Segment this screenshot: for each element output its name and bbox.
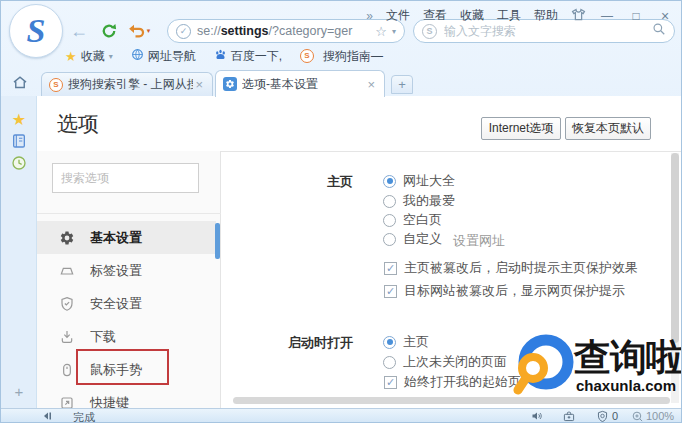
checkbox-homepage-protect[interactable]: 主页被篡改后，启动时提示主页保护效果 [384,259,638,277]
vertical-scrollbar-thumb[interactable] [671,153,679,343]
bookmark-label: 搜狗指南— [323,48,383,65]
sidebar-item-label: 下载 [90,328,116,346]
radio-homepage-navsite[interactable]: 网址大全 [383,172,455,190]
toolbar-overflow-button[interactable]: » [366,9,373,23]
sound-icon[interactable] [529,409,544,423]
checkbox-always-open-startpage[interactable]: 始终打开我的起始页 [384,373,521,391]
set-custom-url-link[interactable]: 设置网址 [453,232,505,250]
checkbox-checked-icon [384,285,397,298]
new-tab-button[interactable]: + [391,75,413,94]
radio-label: 网址大全 [403,172,455,190]
radio-selected-icon [383,175,396,188]
star-icon: ★ [65,49,77,64]
url-path: /?category=ger [269,24,353,38]
checkbox-target-protect[interactable]: 目标网站被篡改后，显示网页保护提示 [384,282,625,300]
sidebar-scrollbar-thumb[interactable] [215,223,220,259]
sidebar-item-basic-settings[interactable]: 基本设置 [37,221,216,254]
notebook-icon[interactable] [10,132,28,150]
radio-startup-last-session[interactable]: 上次未关闭的页面 [383,353,507,371]
undo-button[interactable]: ▾ [127,20,151,42]
page-zoom-icon[interactable] [630,409,645,423]
url-scheme: se:// [197,24,221,38]
browser-window: S » 文件 查看 收藏 工具 帮助 — □ × ← ▾ ✓ se://sett… [0,0,682,423]
shield-check-icon [59,296,75,312]
sidebar-item-hotkeys[interactable]: 快捷键 [37,386,216,408]
bookmarks-bar: ★ 收藏 ▾ 网址导航 百度一下, S 搜狗指南— [59,46,389,66]
undo-dropdown-caret[interactable]: ▾ [147,27,151,35]
radio-homepage-blank[interactable]: 空白页 [383,211,442,229]
back-button[interactable]: ← [67,20,91,42]
sogou-logo[interactable]: S [9,4,63,58]
menu-favorites[interactable]: 收藏 [460,7,484,24]
bookmark-baidu[interactable]: 百度一下, [208,48,288,65]
radio-icon [383,356,396,369]
restore-defaults-button[interactable]: 恢复本页默认 [565,117,651,140]
collapse-panel-icon[interactable] [41,409,56,423]
globe-icon [131,48,144,64]
sidebar-search-input[interactable] [52,163,199,193]
tab-sogou-search[interactable]: S 搜狗搜索引擎 - 上网从搜 × [41,72,213,96]
bookmark-favorites[interactable]: ★ 收藏 ▾ [59,48,119,65]
tab-settings[interactable]: 选项-基本设置 × [215,70,385,97]
watermark-brand: 查询啦 [574,333,682,383]
bookmark-site-navigation[interactable]: 网址导航 [125,48,202,65]
radio-selected-icon [383,336,396,349]
add-panel-icon[interactable]: + [10,382,28,400]
bookmark-sogou-guide[interactable]: S 搜狗指南— [294,48,389,65]
magnifier-icon[interactable] [652,22,666,40]
home-button[interactable] [11,74,29,95]
sidebar-item-label: 快捷键 [90,394,129,409]
checkbox-label: 目标网站被篡改后，显示网页保护提示 [404,282,625,300]
refresh-icon [100,22,118,40]
radio-homepage-custom[interactable]: 自定义 [383,230,442,248]
radio-label: 空白页 [403,211,442,229]
refresh-button[interactable] [97,20,121,42]
chaxunla-watermark: 查询啦 chaxunla.com [512,333,682,399]
checkbox-label: 主页被篡改后，启动时提示主页保护效果 [404,259,638,277]
maximize-button[interactable]: □ [628,9,644,23]
search-input[interactable] [444,24,652,38]
radio-label: 上次未关闭的页面 [403,353,507,371]
minimize-button[interactable]: — [599,9,615,23]
zoom-level: 100% [646,410,674,422]
tab-close-icon[interactable]: × [193,77,205,92]
radio-label: 自定义 [403,230,442,248]
history-clock-icon[interactable] [10,154,28,172]
radio-homepage-favorites[interactable]: 我的最爱 [383,192,455,210]
menu-tools[interactable]: 工具 [497,7,521,24]
status-text: 完成 [73,410,95,423]
security-shield-icon: ✓ [176,24,191,39]
menubar: » 文件 查看 收藏 工具 帮助 — □ × [366,7,673,24]
internet-options-button[interactable]: Internet选项 [481,117,561,140]
ad-filter-shield-icon[interactable] [595,409,610,423]
gear-icon [59,230,75,246]
bookmark-star-icon[interactable]: ☆ [375,24,387,39]
radio-label: 主页 [403,333,429,351]
sogou-search-icon: S [422,24,437,39]
menu-file[interactable]: 文件 [386,7,410,24]
homepage-section-label: 主页 [257,173,353,191]
menu-help[interactable]: 帮助 [534,7,558,24]
radio-startup-homepage[interactable]: 主页 [383,333,429,351]
toolbox-icon[interactable] [561,409,576,423]
sidebar-item-label: 标签设置 [90,262,142,280]
checkbox-label: 始终打开我的起始页 [404,373,521,391]
radio-icon [383,233,396,246]
bookmark-label: 收藏 [81,48,105,65]
favorites-star-icon[interactable]: ★ [10,110,28,128]
shortcut-arrow-icon [59,395,75,409]
chevron-down-icon: ▾ [109,52,113,61]
tab-title: 搜狗搜索引擎 - 上网从搜 [68,76,193,93]
annotation-box [76,349,169,385]
address-dropdown-caret[interactable]: ▾ [392,27,396,36]
close-button[interactable]: × [657,8,673,24]
sidebar-item-security-settings[interactable]: 安全设置 [37,287,216,320]
menu-view[interactable]: 查看 [423,7,447,24]
radio-icon [383,214,396,227]
skin-icon[interactable] [571,8,586,24]
sidebar-item-tab-settings[interactable]: 标签设置 [37,254,216,287]
url-host: settings [221,24,269,38]
sogou-s-icon: S [49,78,63,92]
tab-close-icon[interactable]: × [365,77,377,92]
startup-section-label: 启动时打开 [257,334,353,352]
